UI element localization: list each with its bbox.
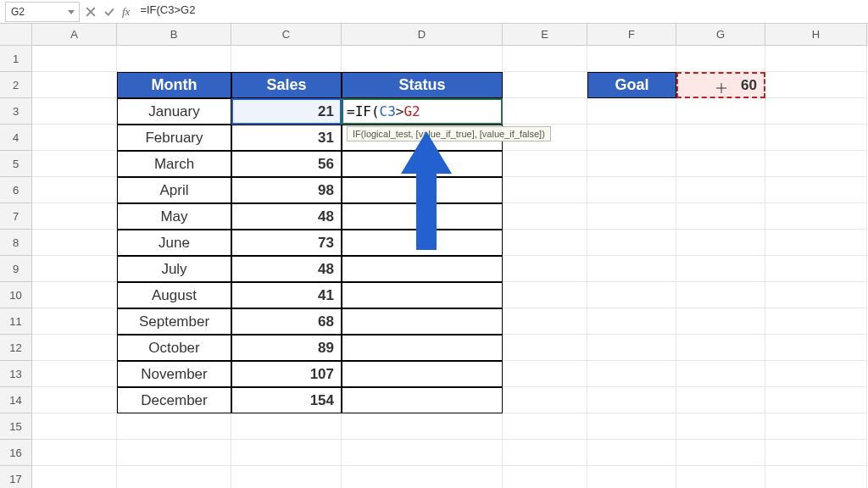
row-header-4[interactable]: 4 (0, 125, 32, 151)
row-header-9[interactable]: 9 (0, 256, 32, 282)
column-header-e[interactable]: E (503, 24, 587, 46)
row-header-5[interactable]: 5 (0, 151, 32, 177)
cell-month[interactable]: August (117, 282, 231, 308)
column-header-c[interactable]: C (231, 24, 342, 46)
cell-status[interactable] (342, 282, 503, 308)
cancel-formula-button[interactable] (81, 3, 100, 21)
cell-status[interactable] (342, 151, 503, 177)
column-header-f[interactable]: F (587, 24, 676, 46)
cell-month[interactable]: October (117, 335, 231, 361)
row-header-3[interactable]: 3 (0, 98, 32, 125)
header-sales[interactable]: Sales (231, 72, 342, 98)
cell-month[interactable]: May (117, 203, 231, 230)
column-header-h[interactable]: H (765, 24, 867, 46)
cell-sales[interactable]: 154 (231, 387, 342, 413)
cell-sales[interactable]: 98 (231, 177, 342, 203)
name-box[interactable]: G2 (5, 2, 80, 22)
column-header-d[interactable]: D (342, 24, 503, 46)
row-header-7[interactable]: 7 (0, 203, 32, 230)
cell-status[interactable] (342, 387, 503, 413)
cell-month[interactable]: July (117, 256, 231, 282)
cell-month[interactable]: September (117, 308, 231, 335)
formula-tooltip: IF(logical_test, [value_if_true], [value… (347, 126, 551, 141)
column-header-b[interactable]: B (117, 24, 231, 46)
header-month[interactable]: Month (117, 72, 231, 98)
spreadsheet: 1234567891011121314151617 ABCDEFGH Month… (0, 24, 868, 488)
cell-month[interactable]: February (117, 125, 231, 151)
cell-status[interactable] (342, 308, 503, 335)
enter-formula-button[interactable] (100, 3, 119, 21)
cell-sales[interactable]: 48 (231, 256, 342, 282)
cell-cursor-icon (716, 80, 726, 91)
referenced-cell-g2[interactable]: 60 (676, 72, 765, 98)
row-header-15[interactable]: 15 (0, 413, 32, 440)
header-goal[interactable]: Goal (587, 72, 676, 98)
cell-sales[interactable]: 41 (231, 282, 342, 308)
cell-month[interactable]: March (117, 151, 231, 177)
row-header-2[interactable]: 2 (0, 72, 32, 98)
cell-status[interactable] (342, 230, 503, 256)
cell-month[interactable]: December (117, 387, 231, 413)
column-header-a[interactable]: A (32, 24, 117, 46)
cell-month[interactable]: April (117, 177, 231, 203)
active-cell-editor[interactable]: =IF(C3>G2 (342, 98, 503, 125)
header-status[interactable]: Status (342, 72, 503, 98)
row-header-17[interactable]: 17 (0, 466, 32, 488)
cell-status[interactable] (342, 203, 503, 230)
cell-sales[interactable]: 21 (231, 98, 342, 125)
row-header-16[interactable]: 16 (0, 440, 32, 466)
row-header-11[interactable]: 11 (0, 308, 32, 335)
cell-sales[interactable]: 31 (231, 125, 342, 151)
cell-month[interactable]: January (117, 98, 231, 125)
row-header-1[interactable]: 1 (0, 46, 32, 72)
formula-input[interactable]: =IF(C3>G2 (135, 2, 868, 22)
cell-sales[interactable]: 107 (231, 361, 342, 387)
cell-sales[interactable]: 48 (231, 203, 342, 230)
cell-status[interactable] (342, 335, 503, 361)
row-header-13[interactable]: 13 (0, 361, 32, 387)
name-box-value: G2 (11, 6, 25, 18)
cell-status[interactable] (342, 177, 503, 203)
row-header-8[interactable]: 8 (0, 230, 32, 256)
column-header-g[interactable]: G (676, 24, 765, 46)
cell-status[interactable] (342, 361, 503, 387)
select-all-corner[interactable] (0, 24, 32, 46)
cell-sales[interactable]: 73 (231, 230, 342, 256)
cell-month[interactable]: June (117, 230, 231, 256)
cell-sales[interactable]: 56 (231, 151, 342, 177)
formula-bar: G2 fx =IF(C3>G2 (0, 0, 868, 24)
row-header-12[interactable]: 12 (0, 335, 32, 361)
row-header-10[interactable]: 10 (0, 282, 32, 308)
cell-sales[interactable]: 89 (231, 335, 342, 361)
cell-sales[interactable]: 68 (231, 308, 342, 335)
cell-month[interactable]: November (117, 361, 231, 387)
row-header-6[interactable]: 6 (0, 177, 32, 203)
row-header-14[interactable]: 14 (0, 387, 32, 413)
cell-status[interactable] (342, 256, 503, 282)
fx-icon[interactable]: fx (122, 5, 130, 19)
